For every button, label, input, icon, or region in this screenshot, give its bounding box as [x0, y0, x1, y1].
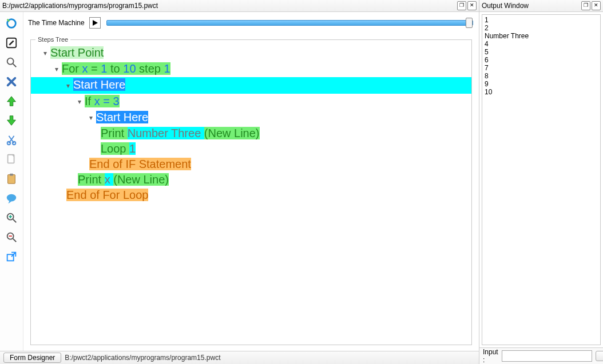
step-for[interactable]: ▾For x = 1 to 10 step 1: [31, 61, 471, 77]
svg-point-9: [7, 194, 17, 202]
step-print-1[interactable]: Print Number Three (New Line): [31, 126, 471, 141]
form-designer-button[interactable]: Form Designer: [3, 353, 61, 363]
vertical-toolbar: [0, 12, 23, 351]
svg-line-13: [13, 239, 17, 242]
cut-icon[interactable]: [3, 132, 19, 148]
steps-tree[interactable]: Steps Tree ▾Start Point ▾For x = 1 to 10…: [30, 36, 472, 345]
output-titlebar: Output Window ❐ ✕: [479, 0, 603, 12]
zoom-out-icon[interactable]: [3, 229, 19, 245]
output-title: Output Window: [482, 2, 581, 10]
copy-icon[interactable]: [3, 151, 19, 167]
move-down-icon[interactable]: [3, 113, 19, 129]
send-button[interactable]: Send: [596, 351, 603, 361]
svg-marker-15: [93, 20, 98, 26]
time-machine-play-icon[interactable]: [89, 17, 101, 29]
steps-tree-legend: Steps Tree: [35, 36, 70, 43]
output-input-field[interactable]: [502, 350, 592, 362]
step-loop[interactable]: Loop 1: [31, 141, 471, 157]
status-path: B:/pwct2/applications/myprograms/program…: [65, 354, 220, 362]
time-machine-label: The Time Machine: [28, 19, 85, 27]
status-bar: Form Designer B:/pwct2/applications/mypr…: [0, 351, 479, 364]
svg-point-2: [7, 58, 14, 65]
delete-icon[interactable]: [3, 74, 19, 90]
time-machine-slider[interactable]: [106, 20, 473, 26]
popout-icon[interactable]: [3, 249, 19, 265]
edit-icon[interactable]: [3, 35, 19, 51]
output-close-button[interactable]: ✕: [592, 1, 601, 10]
output-restore-button[interactable]: ❐: [581, 1, 590, 10]
zoom-in-icon[interactable]: [3, 210, 19, 226]
move-up-icon[interactable]: [3, 93, 19, 109]
step-start-point[interactable]: ▾Start Point: [31, 45, 471, 61]
step-end-for[interactable]: End of For Loop: [31, 187, 471, 203]
main-close-button[interactable]: ✕: [467, 1, 477, 10]
main-title: B:/pwct2/applications/myprograms/program…: [2, 2, 457, 10]
output-input-bar: Input : Send: [479, 347, 603, 364]
content-column: The Time Machine Steps Tree ▾Start Point: [23, 12, 479, 351]
step-start-here-1[interactable]: ▾Start Here: [31, 77, 471, 93]
step-if[interactable]: ▾If x = 3: [31, 94, 471, 110]
output-textarea[interactable]: 1 2 Number Three 4 5 6 7 8 9 10: [482, 14, 601, 345]
svg-rect-8: [10, 174, 13, 176]
output-pane: Output Window ❐ ✕ 1 2 Number Three 4 5 6…: [479, 0, 603, 364]
refresh-icon[interactable]: [3, 15, 19, 31]
time-machine-bar: The Time Machine: [23, 12, 479, 34]
main-pane: B:/pwct2/applications/myprograms/program…: [0, 0, 479, 364]
main-restore-button[interactable]: ❐: [457, 1, 466, 10]
svg-line-11: [13, 219, 17, 223]
svg-rect-7: [8, 175, 15, 184]
search-icon[interactable]: [3, 54, 19, 70]
step-start-here-2[interactable]: ▾Start Here: [31, 110, 471, 126]
step-end-if[interactable]: End of IF Statement: [31, 157, 471, 172]
output-input-label: Input :: [483, 348, 498, 364]
svg-line-3: [13, 64, 17, 67]
main-titlebar: B:/pwct2/applications/myprograms/program…: [0, 0, 479, 12]
step-print-2[interactable]: Print x (New Line): [31, 172, 471, 187]
comment-icon[interactable]: [3, 190, 19, 206]
paste-icon[interactable]: [3, 171, 19, 187]
